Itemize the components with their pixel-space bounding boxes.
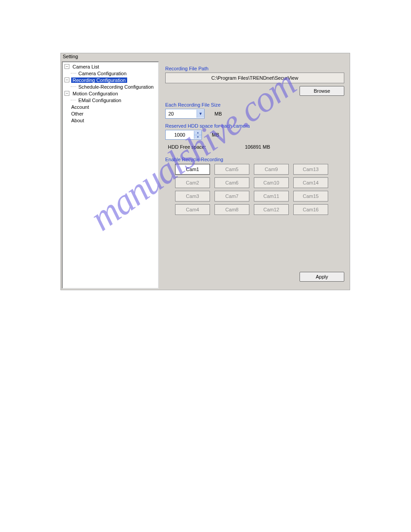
cam-button-14[interactable]: Cam14 bbox=[293, 177, 328, 188]
spinner-buttons[interactable]: ▲ ▼ bbox=[194, 131, 201, 139]
tree-item-camera-config[interactable]: Camera Configuration bbox=[63, 70, 158, 77]
filesize-combo[interactable]: 20 ▼ bbox=[165, 109, 205, 119]
tree-label: Account bbox=[70, 104, 90, 110]
cam-button-5[interactable]: Cam5 bbox=[214, 164, 249, 175]
settings-tree[interactable]: − Camera List Camera Configuration − Rec… bbox=[62, 61, 159, 289]
tree-label-selected: Recording Configuration bbox=[71, 77, 127, 83]
chevron-down-icon: ▼ bbox=[197, 110, 204, 118]
window-title: Setting bbox=[61, 53, 350, 60]
tree-item-other[interactable]: Other bbox=[63, 110, 158, 117]
cam-button-16[interactable]: Cam16 bbox=[293, 204, 328, 215]
browse-button[interactable]: Browse bbox=[300, 86, 344, 96]
collapse-icon[interactable]: − bbox=[64, 64, 69, 69]
tree-label: Schedule-Recording Configuration bbox=[77, 84, 155, 90]
cam-button-4[interactable]: Cam4 bbox=[175, 204, 210, 215]
cam-button-12[interactable]: Cam12 bbox=[254, 204, 289, 215]
apply-button[interactable]: Apply bbox=[300, 272, 344, 282]
collapse-icon[interactable]: − bbox=[64, 77, 69, 82]
tree-item-camera-list[interactable]: − Camera List bbox=[63, 63, 158, 70]
cam-button-7[interactable]: Cam7 bbox=[214, 191, 249, 202]
recording-path-label: Recording File Path bbox=[165, 66, 344, 71]
cam-button-3[interactable]: Cam3 bbox=[175, 191, 210, 202]
recording-config-panel: Recording File Path C:\Program Files\TRE… bbox=[160, 60, 350, 290]
reserved-spinner[interactable]: 1000 ▲ ▼ bbox=[165, 130, 202, 140]
spinner-down-icon[interactable]: ▼ bbox=[194, 135, 201, 139]
settings-window: Setting − Camera List Camera Configurati… bbox=[60, 53, 350, 290]
tree-item-email-config[interactable]: EMail Configuration bbox=[63, 97, 158, 103]
tree-item-recording-config[interactable]: − Recording Configuration bbox=[63, 77, 158, 83]
reserved-label: Reserved HDD space for each camera bbox=[165, 123, 344, 129]
tree-label: Other bbox=[70, 111, 85, 116]
content-area: − Camera List Camera Configuration − Rec… bbox=[61, 60, 350, 290]
tree-item-about[interactable]: About bbox=[63, 117, 158, 124]
tree-item-motion-config[interactable]: − Motion Configuration bbox=[63, 90, 158, 97]
cam-button-1[interactable]: Cam1 bbox=[175, 164, 210, 175]
free-space-value: 106891 MB bbox=[245, 144, 270, 150]
free-space-label: HDD Free space: bbox=[168, 144, 245, 150]
cam-button-15[interactable]: Cam15 bbox=[293, 191, 328, 202]
tree-label: Camera Configuration bbox=[77, 71, 128, 76]
filesize-value: 20 bbox=[168, 111, 174, 116]
recording-path-display: C:\Program Files\TRENDnet\SecurView bbox=[165, 73, 344, 83]
tree-label: Camera List bbox=[71, 64, 100, 69]
spinner-up-icon[interactable]: ▲ bbox=[194, 131, 201, 135]
collapse-icon[interactable]: − bbox=[64, 91, 69, 96]
camera-grid: Cam1 Cam5 Cam9 Cam13 Cam2 Cam6 Cam10 Cam… bbox=[175, 164, 344, 215]
tree-connector-icon bbox=[71, 86, 76, 87]
filesize-unit: MB bbox=[214, 111, 222, 116]
tree-label: About bbox=[70, 118, 86, 123]
filesize-label: Each Recording File Size bbox=[165, 102, 344, 107]
cam-button-9[interactable]: Cam9 bbox=[254, 164, 289, 175]
tree-label: EMail Configuration bbox=[77, 98, 123, 103]
cam-button-8[interactable]: Cam8 bbox=[214, 204, 249, 215]
reserved-value: 1000 bbox=[166, 132, 194, 137]
cam-button-10[interactable]: Cam10 bbox=[254, 177, 289, 188]
tree-connector-icon bbox=[71, 100, 76, 101]
reserved-unit: MB bbox=[212, 132, 219, 137]
cam-button-6[interactable]: Cam6 bbox=[214, 177, 249, 188]
tree-label: Motion Configuration bbox=[71, 91, 120, 96]
tree-item-schedule-recording[interactable]: Schedule-Recording Configuration bbox=[63, 83, 158, 90]
tree-connector-icon bbox=[71, 73, 76, 74]
recycle-label: Enable Recycle Recording bbox=[165, 157, 344, 162]
cam-button-11[interactable]: Cam11 bbox=[254, 191, 289, 202]
cam-button-2[interactable]: Cam2 bbox=[175, 177, 210, 188]
tree-item-account[interactable]: Account bbox=[63, 103, 158, 110]
cam-button-13[interactable]: Cam13 bbox=[293, 164, 328, 175]
